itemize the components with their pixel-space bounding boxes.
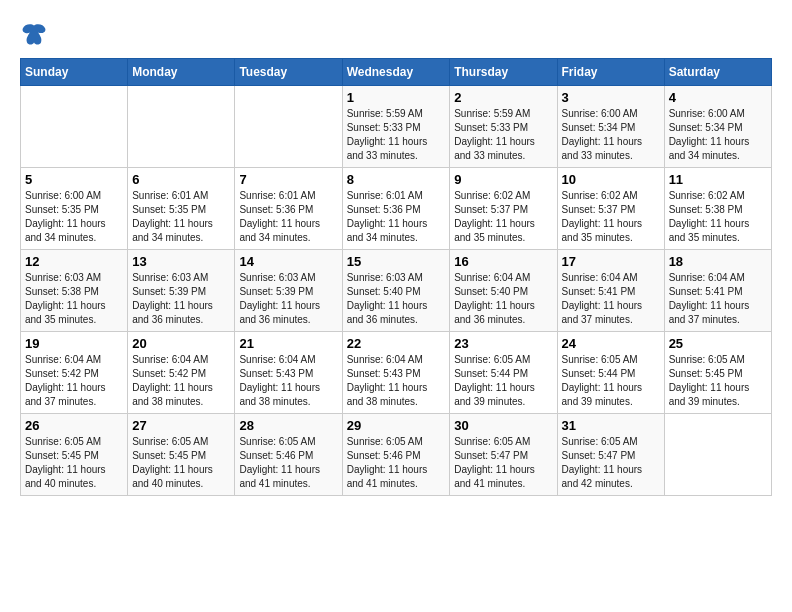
logo xyxy=(20,20,52,48)
day-info: Sunrise: 6:05 AMSunset: 5:44 PMDaylight:… xyxy=(562,353,660,409)
calendar-header-row: SundayMondayTuesdayWednesdayThursdayFrid… xyxy=(21,59,772,86)
day-info: Sunrise: 6:05 AMSunset: 5:45 PMDaylight:… xyxy=(25,435,123,491)
day-info: Sunrise: 6:01 AMSunset: 5:35 PMDaylight:… xyxy=(132,189,230,245)
day-number: 3 xyxy=(562,90,660,105)
day-number: 27 xyxy=(132,418,230,433)
calendar-week-row: 5 Sunrise: 6:00 AMSunset: 5:35 PMDayligh… xyxy=(21,168,772,250)
calendar-cell xyxy=(128,86,235,168)
calendar-body: 1 Sunrise: 5:59 AMSunset: 5:33 PMDayligh… xyxy=(21,86,772,496)
day-number: 2 xyxy=(454,90,552,105)
day-info: Sunrise: 5:59 AMSunset: 5:33 PMDaylight:… xyxy=(347,107,446,163)
page-header xyxy=(20,20,772,48)
calendar-cell: 15 Sunrise: 6:03 AMSunset: 5:40 PMDaylig… xyxy=(342,250,450,332)
calendar-cell: 27 Sunrise: 6:05 AMSunset: 5:45 PMDaylig… xyxy=(128,414,235,496)
calendar-cell: 21 Sunrise: 6:04 AMSunset: 5:43 PMDaylig… xyxy=(235,332,342,414)
day-number: 5 xyxy=(25,172,123,187)
calendar-week-row: 12 Sunrise: 6:03 AMSunset: 5:38 PMDaylig… xyxy=(21,250,772,332)
calendar-cell: 30 Sunrise: 6:05 AMSunset: 5:47 PMDaylig… xyxy=(450,414,557,496)
day-info: Sunrise: 6:04 AMSunset: 5:41 PMDaylight:… xyxy=(669,271,767,327)
day-number: 14 xyxy=(239,254,337,269)
day-info: Sunrise: 6:04 AMSunset: 5:42 PMDaylight:… xyxy=(132,353,230,409)
calendar-cell: 7 Sunrise: 6:01 AMSunset: 5:36 PMDayligh… xyxy=(235,168,342,250)
day-number: 7 xyxy=(239,172,337,187)
calendar-cell: 18 Sunrise: 6:04 AMSunset: 5:41 PMDaylig… xyxy=(664,250,771,332)
day-info: Sunrise: 6:04 AMSunset: 5:43 PMDaylight:… xyxy=(347,353,446,409)
day-number: 24 xyxy=(562,336,660,351)
day-number: 11 xyxy=(669,172,767,187)
calendar-week-row: 26 Sunrise: 6:05 AMSunset: 5:45 PMDaylig… xyxy=(21,414,772,496)
day-number: 16 xyxy=(454,254,552,269)
day-number: 9 xyxy=(454,172,552,187)
calendar-cell: 5 Sunrise: 6:00 AMSunset: 5:35 PMDayligh… xyxy=(21,168,128,250)
calendar-cell: 1 Sunrise: 5:59 AMSunset: 5:33 PMDayligh… xyxy=(342,86,450,168)
day-number: 29 xyxy=(347,418,446,433)
day-info: Sunrise: 6:04 AMSunset: 5:42 PMDaylight:… xyxy=(25,353,123,409)
day-number: 13 xyxy=(132,254,230,269)
calendar-cell: 20 Sunrise: 6:04 AMSunset: 5:42 PMDaylig… xyxy=(128,332,235,414)
calendar-cell: 13 Sunrise: 6:03 AMSunset: 5:39 PMDaylig… xyxy=(128,250,235,332)
calendar-cell: 31 Sunrise: 6:05 AMSunset: 5:47 PMDaylig… xyxy=(557,414,664,496)
calendar-cell: 11 Sunrise: 6:02 AMSunset: 5:38 PMDaylig… xyxy=(664,168,771,250)
day-info: Sunrise: 6:02 AMSunset: 5:37 PMDaylight:… xyxy=(562,189,660,245)
day-number: 25 xyxy=(669,336,767,351)
day-info: Sunrise: 6:00 AMSunset: 5:35 PMDaylight:… xyxy=(25,189,123,245)
calendar-cell xyxy=(664,414,771,496)
calendar-cell: 23 Sunrise: 6:05 AMSunset: 5:44 PMDaylig… xyxy=(450,332,557,414)
day-info: Sunrise: 6:05 AMSunset: 5:47 PMDaylight:… xyxy=(454,435,552,491)
weekday-header: Sunday xyxy=(21,59,128,86)
weekday-header: Monday xyxy=(128,59,235,86)
day-info: Sunrise: 6:05 AMSunset: 5:44 PMDaylight:… xyxy=(454,353,552,409)
day-info: Sunrise: 6:05 AMSunset: 5:47 PMDaylight:… xyxy=(562,435,660,491)
day-number: 18 xyxy=(669,254,767,269)
day-info: Sunrise: 6:03 AMSunset: 5:39 PMDaylight:… xyxy=(132,271,230,327)
day-info: Sunrise: 6:03 AMSunset: 5:40 PMDaylight:… xyxy=(347,271,446,327)
day-number: 15 xyxy=(347,254,446,269)
calendar-week-row: 1 Sunrise: 5:59 AMSunset: 5:33 PMDayligh… xyxy=(21,86,772,168)
day-info: Sunrise: 6:04 AMSunset: 5:41 PMDaylight:… xyxy=(562,271,660,327)
day-info: Sunrise: 6:00 AMSunset: 5:34 PMDaylight:… xyxy=(669,107,767,163)
day-number: 6 xyxy=(132,172,230,187)
day-number: 8 xyxy=(347,172,446,187)
calendar-cell: 3 Sunrise: 6:00 AMSunset: 5:34 PMDayligh… xyxy=(557,86,664,168)
day-info: Sunrise: 6:05 AMSunset: 5:46 PMDaylight:… xyxy=(239,435,337,491)
day-info: Sunrise: 6:00 AMSunset: 5:34 PMDaylight:… xyxy=(562,107,660,163)
day-info: Sunrise: 6:01 AMSunset: 5:36 PMDaylight:… xyxy=(239,189,337,245)
day-info: Sunrise: 6:05 AMSunset: 5:46 PMDaylight:… xyxy=(347,435,446,491)
weekday-header: Thursday xyxy=(450,59,557,86)
logo-bird-icon xyxy=(20,20,48,48)
calendar-cell xyxy=(235,86,342,168)
day-number: 10 xyxy=(562,172,660,187)
day-number: 4 xyxy=(669,90,767,105)
day-info: Sunrise: 5:59 AMSunset: 5:33 PMDaylight:… xyxy=(454,107,552,163)
calendar-cell xyxy=(21,86,128,168)
calendar-cell: 24 Sunrise: 6:05 AMSunset: 5:44 PMDaylig… xyxy=(557,332,664,414)
calendar-cell: 16 Sunrise: 6:04 AMSunset: 5:40 PMDaylig… xyxy=(450,250,557,332)
day-number: 28 xyxy=(239,418,337,433)
weekday-header: Friday xyxy=(557,59,664,86)
day-info: Sunrise: 6:03 AMSunset: 5:39 PMDaylight:… xyxy=(239,271,337,327)
day-info: Sunrise: 6:02 AMSunset: 5:38 PMDaylight:… xyxy=(669,189,767,245)
day-number: 12 xyxy=(25,254,123,269)
calendar-table: SundayMondayTuesdayWednesdayThursdayFrid… xyxy=(20,58,772,496)
calendar-week-row: 19 Sunrise: 6:04 AMSunset: 5:42 PMDaylig… xyxy=(21,332,772,414)
calendar-cell: 12 Sunrise: 6:03 AMSunset: 5:38 PMDaylig… xyxy=(21,250,128,332)
day-number: 1 xyxy=(347,90,446,105)
calendar-cell: 29 Sunrise: 6:05 AMSunset: 5:46 PMDaylig… xyxy=(342,414,450,496)
day-info: Sunrise: 6:05 AMSunset: 5:45 PMDaylight:… xyxy=(132,435,230,491)
weekday-header: Tuesday xyxy=(235,59,342,86)
day-info: Sunrise: 6:04 AMSunset: 5:43 PMDaylight:… xyxy=(239,353,337,409)
day-number: 22 xyxy=(347,336,446,351)
day-number: 20 xyxy=(132,336,230,351)
calendar-cell: 2 Sunrise: 5:59 AMSunset: 5:33 PMDayligh… xyxy=(450,86,557,168)
calendar-cell: 6 Sunrise: 6:01 AMSunset: 5:35 PMDayligh… xyxy=(128,168,235,250)
calendar-cell: 19 Sunrise: 6:04 AMSunset: 5:42 PMDaylig… xyxy=(21,332,128,414)
day-info: Sunrise: 6:05 AMSunset: 5:45 PMDaylight:… xyxy=(669,353,767,409)
calendar-cell: 26 Sunrise: 6:05 AMSunset: 5:45 PMDaylig… xyxy=(21,414,128,496)
day-info: Sunrise: 6:02 AMSunset: 5:37 PMDaylight:… xyxy=(454,189,552,245)
day-info: Sunrise: 6:01 AMSunset: 5:36 PMDaylight:… xyxy=(347,189,446,245)
calendar-cell: 9 Sunrise: 6:02 AMSunset: 5:37 PMDayligh… xyxy=(450,168,557,250)
weekday-header: Wednesday xyxy=(342,59,450,86)
day-number: 30 xyxy=(454,418,552,433)
calendar-cell: 17 Sunrise: 6:04 AMSunset: 5:41 PMDaylig… xyxy=(557,250,664,332)
calendar-cell: 22 Sunrise: 6:04 AMSunset: 5:43 PMDaylig… xyxy=(342,332,450,414)
